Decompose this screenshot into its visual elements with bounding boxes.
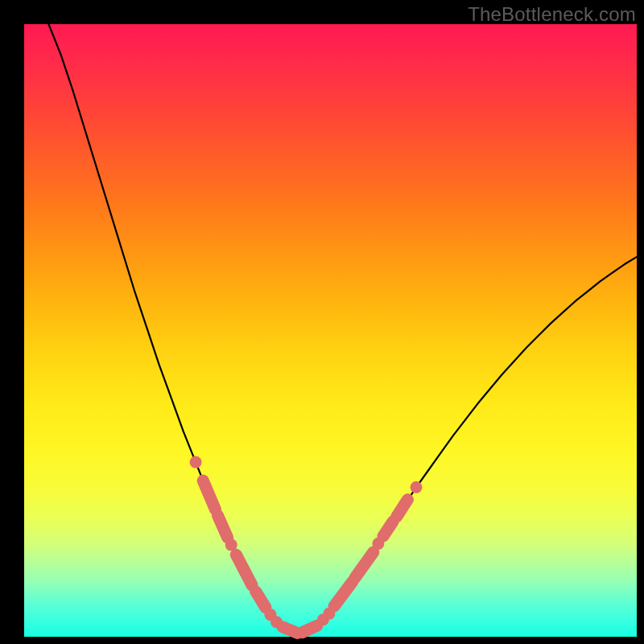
data-marker-segment — [302, 625, 316, 632]
data-marker-segment — [334, 582, 353, 606]
bottleneck-curve — [48, 24, 637, 633]
data-marker-segment — [256, 592, 266, 608]
data-marker-segment — [236, 555, 252, 585]
data-marker-segment — [203, 481, 215, 510]
data-marker-dot — [411, 481, 423, 493]
chart-svg — [24, 24, 637, 637]
data-marker-segment — [283, 627, 297, 634]
chart-frame: TheBottleneck.com — [0, 0, 644, 644]
curve-layer — [48, 24, 637, 633]
marker-layer — [190, 456, 423, 634]
plot-area — [24, 24, 637, 637]
data-marker-segment — [355, 552, 374, 578]
data-marker-dot — [190, 456, 202, 469]
watermark-text: TheBottleneck.com — [468, 3, 636, 26]
data-marker-segment — [383, 522, 393, 536]
data-marker-segment — [217, 515, 227, 537]
data-marker-segment — [397, 500, 408, 517]
